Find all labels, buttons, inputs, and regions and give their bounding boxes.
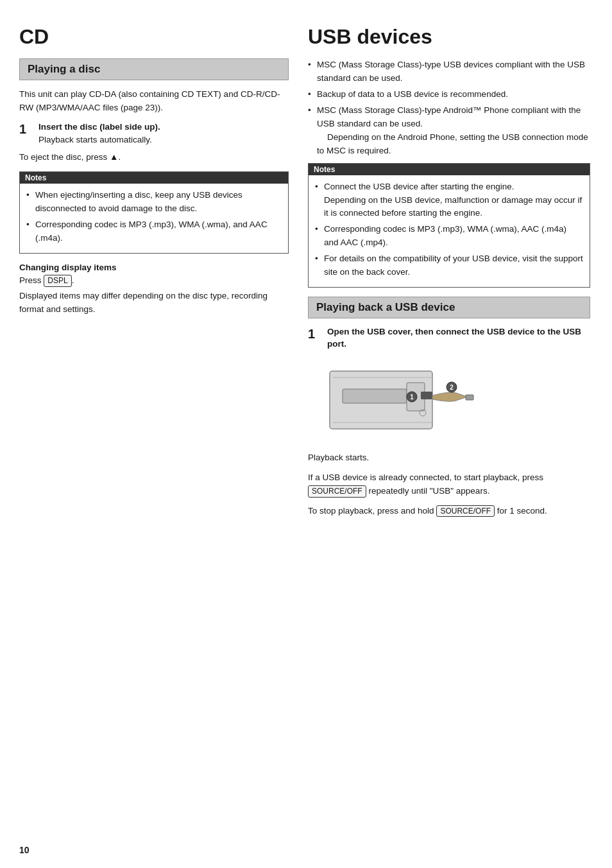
usb-title: USB devices	[308, 26, 590, 48]
usb-note-1-extra: Depending on the USB device, malfunction…	[324, 195, 582, 218]
cd-notes-box: Notes When ejecting/inserting a disc, ke…	[19, 171, 289, 254]
svg-rect-3	[421, 392, 432, 399]
dspl-button: DSPL	[44, 275, 71, 287]
changing-display-heading: Changing display items	[19, 263, 289, 272]
stop-playback-text2: for 1 second.	[497, 506, 547, 516]
usb-illustration: 1 2	[323, 358, 590, 444]
usb-feature-3: MSC (Mass Storage Class)-type Android™ P…	[308, 104, 590, 158]
right-column: USB devices MSC (Mass Storage Class)-typ…	[308, 26, 590, 819]
usb-step-1-title: Open the USB cover, then connect the USB…	[327, 326, 590, 351]
display-items-text: Displayed items may differ depending on …	[19, 290, 289, 317]
step-1-number: 1	[19, 121, 33, 147]
cd-note-2: Corresponding codec is MP3 (.mp3), WMA (…	[26, 218, 282, 245]
press-label: Press	[19, 275, 42, 285]
svg-rect-6	[466, 395, 473, 400]
step-1-cd: 1 Insert the disc (label side up). Playb…	[19, 121, 289, 147]
press-dspl-line: Press DSPL.	[19, 275, 289, 287]
cd-note-1: When ejecting/inserting a disc, keep any…	[26, 189, 282, 216]
already-connected-para: If a USB device is already connected, to…	[308, 471, 590, 498]
usb-feature-1: MSC (Mass Storage Class)-type USB device…	[308, 58, 590, 85]
usb-feature-2: Backup of data to a USB device is recomm…	[308, 88, 590, 101]
step-1-usb: 1 Open the USB cover, then connect the U…	[308, 326, 590, 351]
step-1-title: Insert the disc (label side up).	[38, 121, 289, 134]
cd-title: CD	[19, 26, 289, 48]
step-1-content: Insert the disc (label side up). Playbac…	[38, 121, 289, 147]
usb-note-1: Connect the USB device after starting th…	[315, 180, 583, 221]
playing-usb-header: Playing back a USB device	[308, 297, 590, 318]
page-number: 10	[0, 845, 612, 868]
usb-notes-header: Notes	[309, 164, 590, 175]
cd-intro: This unit can play CD-DA (also containin…	[19, 88, 289, 115]
cd-notes-content: When ejecting/inserting a disc, keep any…	[20, 184, 288, 253]
usb-step-1-number: 1	[308, 326, 322, 351]
eject-text: To eject the disc, press ▲.	[19, 152, 121, 162]
cd-notes-list: When ejecting/inserting a disc, keep any…	[26, 189, 282, 245]
stop-playback-para: To stop playback, press and hold SOURCE/…	[308, 505, 590, 518]
step-1-body: Playback starts automatically.	[38, 134, 289, 147]
playing-disc-header: Playing a disc	[19, 58, 289, 80]
usb-note-3: For details on the compatibility of your…	[315, 252, 583, 279]
already-connected-text: If a USB device is already connected, to…	[308, 473, 543, 482]
left-column: CD Playing a disc This unit can play CD-…	[19, 26, 289, 819]
usb-notes-box: Notes Connect the USB device after start…	[308, 163, 590, 288]
usb-notes-content: Connect the USB device after starting th…	[309, 175, 590, 287]
source-off-button-2: SOURCE/OFF	[436, 505, 495, 517]
usb-features-list: MSC (Mass Storage Class)-type USB device…	[308, 58, 590, 157]
usb-note-2: Corresponding codec is MP3 (.mp3), WMA (…	[315, 223, 583, 250]
playback-starts: Playback starts.	[308, 451, 590, 465]
usb-notes-list: Connect the USB device after starting th…	[315, 180, 583, 279]
svg-text:2: 2	[450, 384, 454, 391]
svg-text:1: 1	[410, 394, 414, 401]
stop-playback-text: To stop playback, press and hold	[308, 506, 434, 516]
source-off-button-1: SOURCE/OFF	[308, 485, 366, 498]
eject-line: To eject the disc, press ▲.	[19, 151, 289, 164]
android-note: Depending on the Android Phone, setting …	[317, 132, 588, 155]
svg-rect-1	[343, 389, 407, 403]
usb-step-1-content: Open the USB cover, then connect the USB…	[327, 326, 590, 351]
cd-notes-header: Notes	[20, 172, 288, 184]
already-connected-text2: repeatedly until "USB" appears.	[368, 486, 489, 496]
